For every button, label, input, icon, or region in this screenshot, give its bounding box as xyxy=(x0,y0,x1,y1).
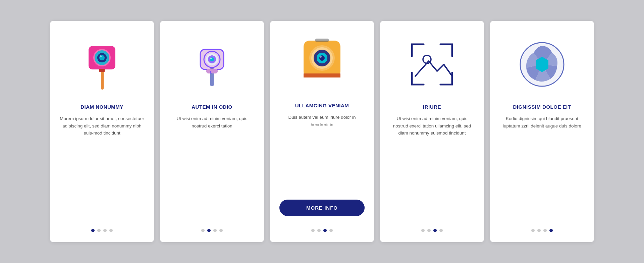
cards-container: DIAM NONUMMY Morem ipsum dolor sit amet,… xyxy=(30,7,614,256)
dot xyxy=(109,229,113,232)
card-4-icon-area xyxy=(405,34,459,95)
svg-point-27 xyxy=(320,56,322,58)
card-1-text: Morem ipsum dolor sit amet, consectetuer… xyxy=(59,115,145,219)
svg-point-6 xyxy=(100,55,102,57)
selfie-stick-icon xyxy=(78,36,125,93)
camera-stand-icon: L xyxy=(190,36,234,93)
card-3-text: Duis autem vel eum iriure dolor in hendr… xyxy=(279,114,365,194)
dot xyxy=(103,229,107,232)
aperture-icon xyxy=(517,39,567,90)
card-5-icon-area xyxy=(515,34,569,95)
card-4-title: IRIURE xyxy=(423,104,441,110)
card-3: ULLAMCING VENIAM Duis autem vel eum iriu… xyxy=(270,21,374,242)
dot xyxy=(543,229,547,232)
dot-active xyxy=(207,229,211,232)
card-5-dots xyxy=(531,229,553,232)
dot xyxy=(537,229,541,232)
dot xyxy=(329,229,333,232)
card-4: IRIURE Ut wisi enim ad minim veniam, qui… xyxy=(380,21,484,242)
svg-point-15 xyxy=(210,58,212,59)
dot-active xyxy=(433,229,437,232)
card-2: L AUTEM IN ODIO Ut wisi enim ad minim ve… xyxy=(160,21,264,242)
dot-active xyxy=(91,229,95,232)
card-1-icon-area xyxy=(75,34,129,95)
svg-rect-20 xyxy=(304,73,340,77)
card-5-text: Kodio dignissim qui blandit praesent lup… xyxy=(499,115,585,219)
svg-rect-21 xyxy=(315,39,329,42)
card-3-icon-area xyxy=(295,33,349,93)
dot xyxy=(311,229,315,232)
card-1: DIAM NONUMMY Morem ipsum dolor sit amet,… xyxy=(50,21,154,242)
card-2-text: Ut wisi enim ad minim veniam, quis nostr… xyxy=(169,115,255,219)
card-4-dots xyxy=(421,229,443,232)
action-camera-icon xyxy=(297,34,347,93)
photo-frame-icon xyxy=(405,38,459,91)
dot xyxy=(421,229,425,232)
svg-rect-7 xyxy=(99,69,105,72)
dot xyxy=(219,229,223,232)
svg-point-32 xyxy=(537,59,547,70)
dot-active xyxy=(323,229,327,232)
dot xyxy=(213,229,217,232)
dot xyxy=(439,229,443,232)
svg-text:L: L xyxy=(210,70,212,74)
card-2-title: AUTEM IN ODIO xyxy=(192,104,232,110)
more-info-button[interactable]: MORE INFO xyxy=(279,200,365,216)
dot xyxy=(317,229,321,232)
dot xyxy=(427,229,431,232)
dot xyxy=(97,229,101,232)
card-3-dots xyxy=(311,229,333,232)
card-4-text: Ut wisi enim ad minim veniam, quis nostr… xyxy=(389,115,475,219)
card-2-icon-area: L xyxy=(185,34,239,95)
card-5-title: DIGNISSIM DOLOE EIT xyxy=(513,104,571,110)
card-5: DIGNISSIM DOLOE EIT Kodio dignissim qui … xyxy=(490,21,594,242)
card-1-title: DIAM NONUMMY xyxy=(80,104,123,110)
card-1-dots xyxy=(91,229,113,232)
dot xyxy=(201,229,205,232)
svg-rect-0 xyxy=(101,69,104,90)
dot xyxy=(531,229,535,232)
card-3-title: ULLAMCING VENIAM xyxy=(295,103,349,108)
card-2-dots xyxy=(201,229,223,232)
dot-active xyxy=(549,229,553,232)
